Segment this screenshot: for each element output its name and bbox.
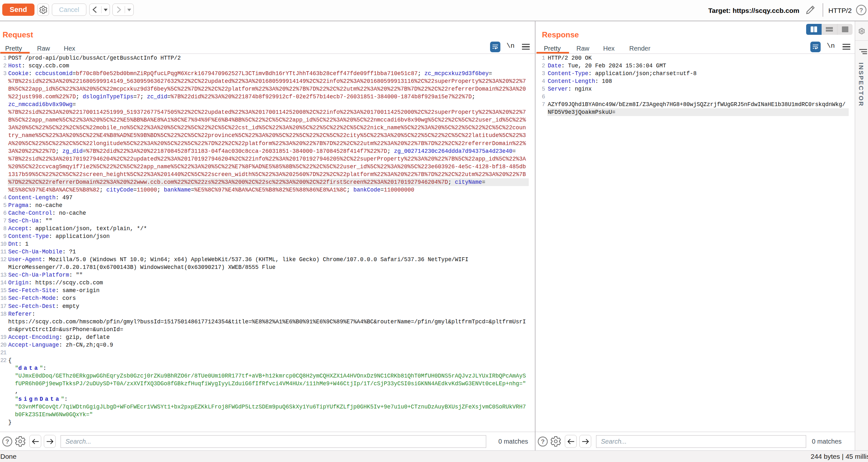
help-icon[interactable]: ?	[2, 436, 12, 447]
rows-layout-button[interactable]	[822, 24, 837, 35]
editor-row[interactable]: 5Pragma: no-cache	[0, 202, 535, 209]
editor-row[interactable]: %7B%22sid%22%3A%201701927946204%2C%22upd…	[0, 155, 535, 163]
editor-row[interactable]: 2Date: Tue, 20 Feb 2024 15:36:04 GMT	[535, 62, 855, 70]
editor-row[interactable]: d=&prvtCtrctId=&usrPhone=&unionId=	[0, 326, 535, 334]
editor-row[interactable]: }	[0, 418, 535, 426]
editor-row[interactable]: %7B%22sid%22%3A%20%221680599914149_56309…	[0, 77, 535, 85]
editor-row[interactable]: 8Accept: application/json, text/plain, *…	[0, 225, 535, 232]
editor-row[interactable]: 14Origin: https://scqy.ccb.com	[0, 279, 535, 287]
editor-row[interactable]: 2Host: scqy.ccb.com	[0, 62, 535, 70]
editor-row[interactable]: 16Sec-Fetch-Mode: cors	[0, 294, 535, 302]
editor-row[interactable]: "UJmxE0dDoq/GEThz0ERkgpwGGhEqryZsb0Gzcj0…	[0, 372, 535, 380]
editor-row[interactable]: 17Sec-Fetch-Dest: empty	[0, 302, 535, 310]
gear-icon[interactable]	[858, 28, 865, 34]
editor-row[interactable]: 1POST /prod-api/public/bussAct/getBussAc…	[0, 54, 535, 62]
columns-layout-button[interactable]	[806, 24, 822, 35]
tab-response-raw[interactable]: Raw	[577, 45, 589, 52]
editor-row[interactable]: fUPR6h06Pj9ewpTkksPJ/2uDUySD+T0A/zxXVIfX…	[0, 380, 535, 387]
dropdown-arrow-icon[interactable]	[127, 9, 131, 11]
tab-response-pretty[interactable]: Pretty	[544, 45, 561, 52]
editor-row[interactable]: 4Content-Length: 497	[0, 194, 535, 202]
editor-row[interactable]: B%5C%22app_name%5C%22%3A%20%5C%22%E5%BB%…	[0, 116, 535, 124]
editor-row[interactable]: 1317b59%5C%22%2C%5C%22screen_height%5C%2…	[0, 171, 535, 178]
editor-row[interactable]: MicroMessenger/7.0.20.1781(0x6700143B) W…	[0, 263, 535, 271]
editor-row[interactable]: 9Content-Type: application/json	[0, 232, 535, 240]
editor-row[interactable]: 3Content-Type: application/json;charset=…	[535, 70, 855, 77]
editor-row[interactable]: 21	[0, 349, 535, 356]
editor-row[interactable]: 7AZYf09JQhd1BYA0nc49W/bEzm8I/Z3Ageqh7HG8…	[535, 100, 855, 108]
editor-row[interactable]: 4Content-Length: 108	[535, 77, 855, 85]
editor-row[interactable]: b0FkZ3SIEnwW6Nw0GQxYk="	[0, 411, 535, 418]
editor-row[interactable]: "data":	[0, 364, 535, 372]
editor-row[interactable]: 1HTTP/2 200 OK	[535, 54, 855, 62]
editor-row[interactable]: NFD5V9e3jQoakmPskuU=	[535, 108, 855, 116]
editor-row[interactable]: 10Dnt: 1	[0, 240, 535, 248]
gear-icon[interactable]	[550, 436, 562, 447]
cancel-button[interactable]: Cancel	[52, 4, 86, 16]
tab-request-raw[interactable]: Raw	[37, 45, 50, 52]
editor-row[interactable]: 7Sec-Ch-Ua: ""	[0, 217, 535, 225]
search-next-button[interactable]	[579, 435, 591, 448]
editor-row[interactable]: %22just998.com%22%7D; dsloginTypeTips=7;…	[0, 93, 535, 100]
editor-row[interactable]: 3Cookie: ccbcustomid=bf70c8bf0e52bd0bmnZ…	[0, 70, 535, 77]
row-text: "D3vnMf0CovQt/7qiWDtnGgigJLbgD+WFoFWEcr1…	[0, 403, 535, 411]
request-settings-button[interactable]	[37, 4, 49, 16]
editor-row[interactable]: try_name%5C%22%3A%20%5C%22%E4%B8%AD%E5%9…	[0, 132, 535, 139]
editor-row[interactable]: 15Sec-Fetch-Site: same-origin	[0, 287, 535, 294]
http-version[interactable]: HTTP/2	[828, 0, 851, 21]
editor-row[interactable]: "signData":	[0, 395, 535, 403]
collapse-icon[interactable]	[859, 49, 867, 55]
editor-row[interactable]: 12User-Agent: Mozilla/5.0 (Windows NT 10…	[0, 256, 535, 263]
search-prev-button[interactable]	[29, 435, 41, 448]
single-layout-button[interactable]	[837, 24, 852, 35]
menu-icon[interactable]	[842, 44, 850, 51]
editor-row[interactable]: %E5%8C%97%E4%BA%AC%E5%B8%82; cityCode=11…	[0, 186, 535, 194]
editor-row[interactable]: 19Accept-Encoding: gzip, deflate	[0, 334, 535, 341]
edit-pencil-icon[interactable]	[805, 4, 816, 16]
response-editor[interactable]: 1HTTP/2 200 OK2Date: Tue, 20 Feb 2024 15…	[535, 54, 855, 432]
search-next-button[interactable]	[44, 435, 56, 448]
word-wrap-icon[interactable]	[490, 41, 500, 52]
tab-request-pretty[interactable]: Pretty	[5, 45, 22, 52]
editor-row[interactable]: A%20%5C%22%5C%22%2C%5C%22longitude%5C%22…	[0, 140, 535, 147]
search-input[interactable]: Search...	[596, 435, 806, 448]
row-text: Sec-Ch-Ua-Platform: ""	[0, 271, 535, 279]
editor-row[interactable]: 6Cache-Control: no-cache	[0, 209, 535, 217]
editor-row[interactable]: 3A%20%5C%22%5C%22%2C%5C%22mobile_no%5C%2…	[0, 124, 535, 132]
send-button[interactable]: Send	[2, 4, 34, 16]
editor-row[interactable]: 20Accept-Language: zh-CN,zh;q=0.9	[0, 341, 535, 349]
editor-row[interactable]: 13Sec-Ch-Ua-Platform: ""	[0, 271, 535, 279]
newline-toggle-icon[interactable]: \n	[827, 42, 835, 50]
help-icon[interactable]: ?	[537, 436, 548, 447]
editor-row[interactable]: https://scqy.ccb.com/hmscmob/pfin/gmyl?b…	[0, 318, 535, 326]
editor-row[interactable]: 11Sec-Ch-Ua-Mobile: ?1	[0, 248, 535, 256]
editor-row[interactable]: 5Server: nginx	[535, 85, 855, 93]
editor-row[interactable]: 6	[535, 93, 855, 100]
request-editor[interactable]: 1POST /prod-api/public/bussAct/getBussAc…	[0, 54, 535, 432]
editor-row[interactable]: %20%5C%22ccvcag5mqy1f7ie2%5C%22%2C%5C%22…	[0, 163, 535, 171]
editor-row[interactable]: 22{	[0, 356, 535, 364]
help-icon[interactable]: ?	[856, 4, 867, 16]
tab-response-render[interactable]: Render	[629, 45, 651, 52]
editor-row[interactable]: B%5C%22app_id%5C%22%3A%20%5C%22mcpcxkuz9…	[0, 85, 535, 93]
editor-row[interactable]: zc_nmccadi6bv8x90wg=	[0, 100, 535, 108]
menu-icon[interactable]	[522, 44, 530, 51]
dropdown-arrow-icon[interactable]	[104, 9, 107, 11]
tab-response-hex[interactable]: Hex	[603, 45, 615, 52]
row-text: %E5%8C%97%E4%BA%AC%E5%B8%82; cityCode=11…	[0, 186, 535, 194]
gear-icon[interactable]	[14, 436, 26, 447]
editor-row[interactable]: ,	[0, 387, 535, 395]
inspector-tab[interactable]: INSPECTOR	[857, 62, 864, 107]
editor-row[interactable]: 3A%20%22%22%7D; zg_did=%7B%22did%22%3A%2…	[0, 147, 535, 155]
tab-request-hex[interactable]: Hex	[64, 45, 75, 52]
newline-toggle-icon[interactable]: \n	[506, 42, 515, 50]
search-prev-button[interactable]	[565, 435, 577, 448]
prev-request-button[interactable]	[89, 4, 110, 16]
editor-row[interactable]: %7B%22sid%22%3A%20%221700114251999_51937…	[0, 108, 535, 116]
next-request-button[interactable]	[113, 4, 134, 16]
search-input[interactable]: Search...	[61, 435, 486, 448]
editor-row[interactable]: %7D%22%2C%22referrerDomain%22%3A%20%22ww…	[0, 178, 535, 186]
word-wrap-icon[interactable]	[810, 41, 820, 52]
editor-row[interactable]: 18Referer:	[0, 310, 535, 318]
editor-row[interactable]: "D3vnMf0CovQt/7qiWDtnGgigJLbgD+WFoFWEcr1…	[0, 403, 535, 411]
